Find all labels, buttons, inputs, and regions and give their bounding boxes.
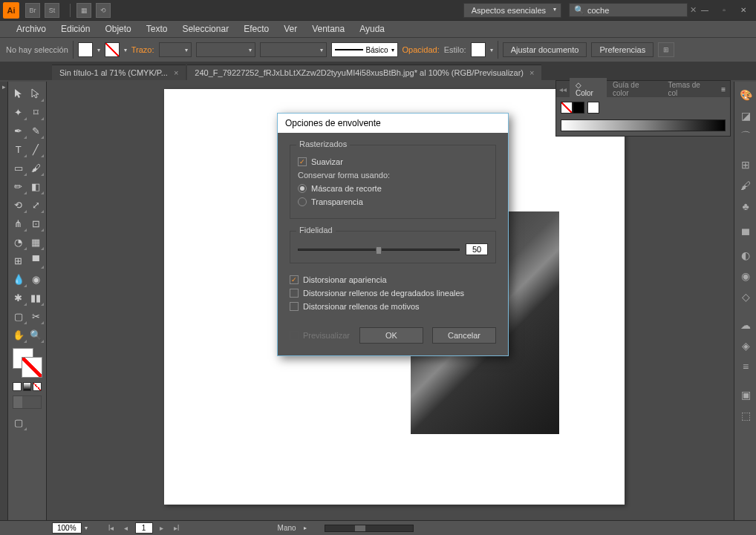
brush-definition-dropdown[interactable]: Básico▾	[331, 42, 398, 57]
stroke-swatch-large[interactable]	[22, 357, 42, 378]
graphic-style-swatch[interactable]	[471, 42, 486, 57]
hand-tool[interactable]: ✋	[10, 326, 27, 344]
menu-file[interactable]: Archivo	[9, 22, 53, 36]
shape-builder-tool[interactable]: ◔	[10, 233, 27, 251]
cc-libraries-icon[interactable]: ☁	[734, 315, 756, 335]
stroke-panel-icon[interactable]: 🖌	[734, 175, 756, 196]
preferences-button[interactable]: Preferencias	[591, 42, 654, 57]
pen-tool[interactable]: ✒	[10, 122, 27, 140]
gradient-mode-button[interactable]	[23, 382, 32, 391]
minimize-button[interactable]: —	[695, 4, 714, 17]
cancel-button[interactable]: Cancelar	[432, 327, 496, 344]
distort-appearance-checkbox[interactable]: ✓	[290, 275, 299, 284]
close-tab-icon[interactable]: ×	[529, 68, 534, 77]
artboard-number[interactable]: 1	[135, 522, 153, 534]
shapes-panel-icon[interactable]: ♣	[734, 196, 756, 217]
curvature-tool[interactable]: ✎	[27, 122, 45, 140]
menu-type[interactable]: Texto	[139, 22, 175, 36]
transparency-panel-icon[interactable]: ◐	[734, 245, 756, 266]
perspective-grid-tool[interactable]: ▦	[27, 233, 45, 251]
direct-selection-tool[interactable]	[27, 85, 45, 102]
rotate-tool[interactable]: ⟲	[10, 196, 27, 214]
brushes-panel-icon[interactable]: ⌒	[734, 126, 756, 147]
menu-view[interactable]: Ver	[276, 22, 304, 36]
color-swatch[interactable]	[587, 102, 599, 114]
brush-dropdown[interactable]	[260, 42, 327, 57]
horizontal-scrollbar[interactable]	[325, 525, 414, 532]
none-mode-button[interactable]	[33, 382, 42, 391]
search-input[interactable]	[587, 6, 690, 15]
search-box[interactable]: 🔍 ✕	[569, 3, 688, 17]
stroke-weight-dropdown[interactable]	[159, 42, 192, 57]
graphic-styles-panel-icon[interactable]: ◇	[734, 286, 756, 307]
antialias-checkbox[interactable]: ✓	[298, 157, 307, 166]
next-artboard-button[interactable]: ▸	[156, 523, 168, 534]
panel-gutter[interactable]: ▸	[0, 82, 8, 520]
transparency-radio[interactable]	[298, 197, 307, 206]
rectangle-tool[interactable]: ▭	[10, 159, 27, 177]
fidelity-slider[interactable]	[298, 249, 460, 251]
lasso-tool[interactable]: ⌑	[27, 103, 45, 121]
draw-mode-buttons[interactable]	[10, 395, 45, 409]
paintbrush-tool[interactable]: 🖌	[27, 159, 45, 177]
arrange-docs-button[interactable]: ▦	[76, 3, 91, 18]
stock-button[interactable]: St	[45, 3, 59, 18]
panel-collapse-icon[interactable]: ◂◂	[556, 85, 570, 93]
color-spectrum[interactable]	[561, 119, 726, 131]
type-tool[interactable]: T	[10, 140, 27, 158]
eyedropper-tool[interactable]: 💧	[10, 270, 27, 288]
asset-export-panel-icon[interactable]: ≡	[734, 356, 756, 377]
appearance-panel-icon[interactable]: ◉	[734, 266, 756, 286]
eraser-tool[interactable]: ◧	[27, 177, 45, 195]
transform-panel-button[interactable]: ⊞	[658, 42, 674, 57]
color-mode-button[interactable]	[13, 382, 22, 391]
mesh-tool[interactable]: ⊞	[10, 252, 27, 269]
screen-mode-button[interactable]: ▢	[10, 413, 27, 431]
prev-artboard-button[interactable]: ◂	[120, 523, 132, 534]
free-transform-tool[interactable]: ⊡	[27, 214, 45, 232]
pencil-tool[interactable]: ✏	[10, 177, 27, 195]
graph-tool[interactable]: ▮▮	[27, 289, 45, 306]
first-artboard-button[interactable]: I◂	[105, 523, 117, 534]
close-button[interactable]: ✕	[734, 4, 753, 17]
scrollbar-thumb[interactable]	[355, 525, 365, 531]
color-panel[interactable]: ◂◂ ◇ Color Guía de color Temas de col ≡	[555, 80, 731, 137]
gradient-panel-icon[interactable]: ▀	[734, 224, 756, 245]
artboard-tool[interactable]: ▢	[10, 307, 27, 325]
color-tab[interactable]: ◇ Color	[570, 78, 607, 100]
stroke-label[interactable]: Trazo:	[131, 45, 154, 54]
bridge-button[interactable]: Br	[25, 3, 40, 18]
layers-panel-icon[interactable]: ◈	[734, 335, 756, 356]
blend-tool[interactable]: ◉	[27, 270, 45, 288]
document-setup-button[interactable]: Ajustar documento	[503, 42, 587, 57]
workspace-switcher[interactable]: Aspectos esenciales	[463, 3, 561, 18]
distort-pattern-checkbox[interactable]	[290, 302, 299, 311]
magic-wand-tool[interactable]: ✦	[10, 103, 27, 121]
close-tab-icon[interactable]: ×	[174, 68, 178, 77]
color-panel-icon[interactable]: 🎨	[734, 85, 756, 105]
document-tab[interactable]: 240_F_79227252_fRJxLbLtXZzw2D2tyyuMI4i58…	[187, 65, 541, 80]
menu-object[interactable]: Objeto	[97, 22, 138, 36]
swatches-panel-icon[interactable]: ◪	[734, 105, 756, 126]
distort-linear-checkbox[interactable]	[290, 289, 299, 298]
panel-menu-icon[interactable]: ≡	[717, 85, 730, 93]
stroke-proxy[interactable]	[573, 102, 584, 114]
menu-effect[interactable]: Efecto	[236, 22, 276, 36]
selection-tool[interactable]	[10, 85, 27, 102]
symbol-sprayer-tool[interactable]: ✱	[10, 289, 27, 306]
slider-thumb[interactable]	[376, 246, 382, 255]
symbols-panel-icon[interactable]: ⊞	[734, 154, 756, 175]
menu-edit[interactable]: Edición	[53, 22, 97, 36]
color-themes-tab[interactable]: Temas de col	[662, 78, 717, 100]
maximize-button[interactable]: ▫	[714, 4, 734, 17]
last-artboard-button[interactable]: ▸I	[171, 523, 183, 534]
line-tool[interactable]: ╱	[27, 140, 45, 158]
menu-window[interactable]: Ventana	[304, 22, 352, 36]
opacity-label[interactable]: Opacidad:	[403, 45, 440, 54]
clip-mask-radio[interactable]	[298, 184, 307, 193]
slice-tool[interactable]: ✂	[27, 307, 45, 325]
links-panel-icon[interactable]: ⬚	[734, 405, 756, 426]
menu-help[interactable]: Ayuda	[352, 22, 392, 36]
zoom-tool[interactable]: 🔍	[27, 326, 45, 344]
gradient-tool[interactable]: ▀	[27, 252, 45, 269]
